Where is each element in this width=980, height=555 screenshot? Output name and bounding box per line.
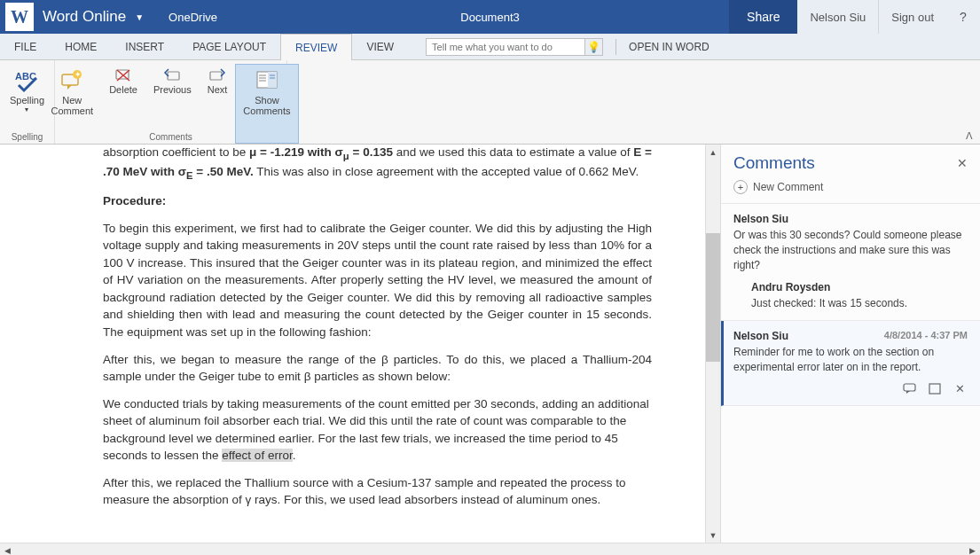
chevron-down-icon[interactable]: ▼ — [135, 12, 144, 22]
workspace: absorption coefficient to be μ = -1.219 … — [0, 145, 980, 543]
text: absorption coefficient to be — [103, 145, 249, 159]
title-bar: W Word Online ▼ OneDrive Document3 Share… — [0, 0, 980, 34]
text: We conducted trials by taking measuremen… — [103, 397, 649, 463]
svg-rect-8 — [268, 72, 277, 88]
tell-me-box: 💡 — [426, 34, 603, 59]
previous-comment-icon — [163, 66, 181, 84]
svg-rect-17 — [929, 384, 940, 394]
highlighted-text: effect of error — [222, 449, 292, 462]
plus-icon: + — [733, 180, 748, 194]
comments-title: Comments — [733, 153, 957, 173]
svg-rect-16 — [904, 384, 915, 391]
svg-rect-5 — [168, 72, 179, 80]
text: = 0.135 — [349, 145, 393, 159]
tell-me-input[interactable] — [426, 38, 585, 56]
text: This was also in close agreement with th… — [254, 165, 639, 178]
comments-pane: Comments ✕ + New Comment Nelson Siu Or w… — [720, 145, 980, 543]
previous-label: Previous — [153, 84, 192, 95]
text: = .50 MeV. — [193, 165, 254, 178]
show-label2: Comments — [243, 106, 290, 116]
reply-author: Andru Roysden — [751, 281, 968, 293]
new-comment-icon: ✦ — [58, 66, 86, 95]
next-label: Next — [208, 84, 228, 95]
new-comment-label: New Comment — [753, 181, 823, 193]
delete-label: Delete — [109, 84, 137, 95]
new-comment-label2: Comment — [51, 106, 93, 116]
reply-text: Just checked: It was 15 seconds. — [751, 296, 968, 311]
tab-page-layout[interactable]: PAGE LAYOUT — [178, 34, 280, 59]
text: and we used this data to estimate a valu… — [393, 145, 633, 159]
horizontal-scrollbar[interactable]: ◀ ▶ — [0, 543, 980, 555]
new-comment-link[interactable]: + New Comment — [721, 176, 980, 204]
svg-rect-6 — [210, 72, 222, 80]
scroll-up-icon[interactable]: ▲ — [706, 145, 720, 160]
sign-out-link[interactable]: Sign out — [878, 0, 946, 34]
show-comments-icon — [253, 66, 281, 95]
comments-list: Nelson Siu Or was this 30 seconds? Could… — [721, 204, 980, 543]
comment-text: Reminder for me to work on the section o… — [733, 345, 968, 375]
document-title[interactable]: Document3 — [460, 11, 519, 24]
scroll-track[interactable] — [15, 543, 965, 555]
tab-insert[interactable]: INSERT — [111, 34, 178, 59]
scroll-track[interactable] — [706, 160, 720, 528]
comment-thread[interactable]: Nelson Siu4/8/2014 - 4:37 PM Reminder fo… — [721, 321, 980, 406]
comment-time: 4/8/2014 - 4:37 PM — [884, 330, 968, 340]
svg-text:✦: ✦ — [74, 70, 82, 79]
new-comment-label1: New — [62, 95, 82, 106]
reply-icon[interactable] — [902, 382, 918, 396]
next-comment-icon — [208, 66, 226, 84]
word-logo-icon: W — [5, 3, 34, 31]
comment-author: Nelson Siu4/8/2014 - 4:37 PM — [733, 330, 968, 342]
comment-actions: ✕ — [733, 382, 968, 396]
ribbon-tabs: FILE HOME INSERT PAGE LAYOUT REVIEW VIEW… — [0, 34, 980, 60]
heading-procedure: Procedure: — [103, 192, 652, 210]
paragraph: After this, we replaced the Thallium sou… — [103, 474, 652, 509]
delete-comment-icon — [114, 66, 132, 84]
scroll-right-icon[interactable]: ▶ — [965, 543, 980, 555]
collapse-ribbon-icon[interactable]: ᐱ — [966, 130, 973, 142]
delete-icon[interactable]: ✕ — [952, 382, 968, 396]
document-content[interactable]: absorption coefficient to be μ = -1.219 … — [0, 145, 705, 543]
scroll-left-icon[interactable]: ◀ — [0, 543, 15, 555]
comment-text: Or was this 30 seconds? Could someone pl… — [733, 228, 968, 272]
user-name[interactable]: Nelson Siu — [797, 0, 878, 34]
comment-thread[interactable]: Nelson Siu Or was this 30 seconds? Could… — [721, 204, 980, 321]
dropdown-icon: ▾ — [25, 106, 28, 113]
comment-reply: Andru Roysden Just checked: It was 15 se… — [751, 281, 968, 311]
paragraph: To begin this experiment, we first had t… — [103, 220, 652, 341]
open-in-word-link[interactable]: OPEN IN WORD — [629, 34, 710, 59]
tab-review[interactable]: REVIEW — [280, 34, 352, 60]
ribbon: ABC Spelling ▾ Spelling ✦ New Comment De… — [0, 60, 980, 145]
spelling-icon: ABC — [12, 66, 41, 95]
tab-view[interactable]: VIEW — [352, 34, 408, 59]
share-button[interactable]: Share — [729, 0, 797, 34]
onedrive-link[interactable]: OneDrive — [169, 11, 217, 24]
close-comments-icon[interactable]: ✕ — [957, 156, 968, 170]
tab-file[interactable]: FILE — [0, 34, 51, 59]
text: . — [293, 449, 296, 462]
help-button[interactable]: ? — [946, 0, 980, 34]
group-label-comments: Comments — [55, 132, 286, 142]
spelling-label: Spelling — [10, 95, 44, 106]
document-area: absorption coefficient to be μ = -1.219 … — [0, 145, 720, 543]
comment-author: Nelson Siu — [733, 213, 968, 225]
scroll-down-icon[interactable]: ▼ — [706, 528, 720, 543]
paragraph: After this, we began to measure the rang… — [103, 351, 652, 386]
app-name: Word Online — [43, 8, 126, 26]
lightbulb-icon[interactable]: 💡 — [585, 38, 603, 56]
resolve-icon[interactable] — [927, 382, 943, 396]
vertical-scrollbar[interactable]: ▲ ▼ — [705, 145, 720, 543]
show-label1: Show — [255, 95, 279, 106]
tab-home[interactable]: HOME — [51, 34, 111, 59]
text: μ = -1.219 with σ — [249, 145, 343, 159]
scroll-thumb[interactable] — [706, 233, 720, 362]
separator — [615, 39, 616, 55]
